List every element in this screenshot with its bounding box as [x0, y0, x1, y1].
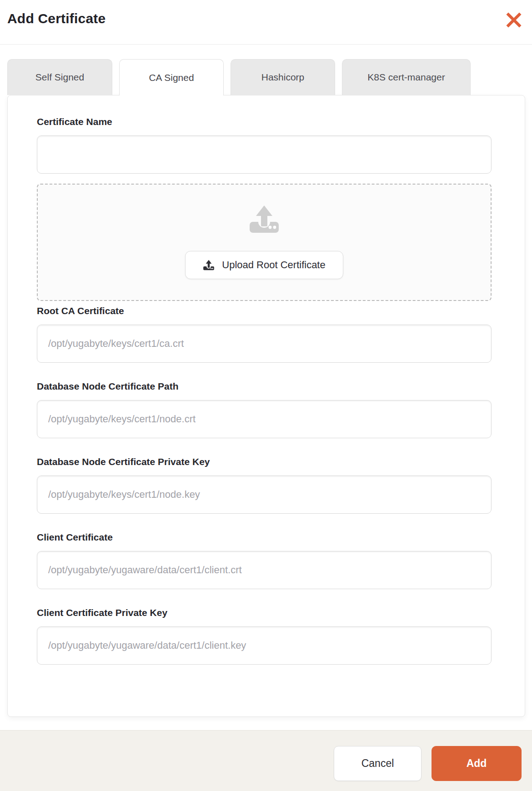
add-button[interactable]: Add — [432, 746, 522, 781]
tab-k8s-cert-manager[interactable]: K8S cert-manager — [342, 59, 471, 95]
modal-title: Add Certificate — [7, 11, 105, 26]
certificate-name-input[interactable] — [37, 135, 492, 174]
client-cert-key-input[interactable] — [37, 626, 492, 665]
ca-signed-panel: Certificate Name — [7, 95, 525, 717]
root-certificate-dropzone[interactable]: Upload Root Certificate — [37, 184, 492, 301]
upload-root-certificate-label: Upload Root Certificate — [222, 259, 325, 271]
footer-spacer — [0, 717, 532, 730]
close-button[interactable] — [506, 12, 522, 28]
certificate-name-label: Certificate Name — [37, 116, 492, 127]
client-cert-key-field-group: Client Certificate Private Key — [37, 607, 492, 665]
add-certificate-modal: Add Certificate Self Signed CA Signed Ha… — [0, 0, 532, 791]
cancel-button[interactable]: Cancel — [334, 746, 422, 781]
db-node-cert-key-field-group: Database Node Certificate Private Key — [37, 456, 492, 514]
db-node-cert-path-input[interactable] — [37, 400, 492, 438]
modal-header: Add Certificate — [0, 0, 532, 45]
tab-ca-signed[interactable]: CA Signed — [119, 59, 224, 95]
close-icon — [506, 12, 522, 28]
tab-hashicorp[interactable]: Hashicorp — [231, 59, 335, 95]
root-ca-certificate-input[interactable] — [37, 325, 492, 363]
db-node-cert-path-field-group: Database Node Certificate Path — [37, 381, 492, 438]
db-node-cert-path-label: Database Node Certificate Path — [37, 381, 492, 392]
upload-root-certificate-button[interactable]: Upload Root Certificate — [185, 251, 343, 279]
client-certificate-label: Client Certificate — [37, 532, 492, 543]
root-ca-certificate-field-group: Root CA Certificate — [37, 305, 492, 363]
cancel-button-label: Cancel — [361, 757, 394, 770]
client-certificate-input[interactable] — [37, 551, 492, 589]
db-node-cert-key-label: Database Node Certificate Private Key — [37, 456, 492, 467]
upload-tray-icon — [248, 205, 280, 234]
root-ca-certificate-label: Root CA Certificate — [37, 305, 492, 316]
modal-footer: Cancel Add — [0, 730, 532, 791]
db-node-cert-key-input[interactable] — [37, 476, 492, 514]
certificate-type-tabs: Self Signed CA Signed Hashicorp K8S cert… — [0, 59, 532, 95]
tab-self-signed[interactable]: Self Signed — [7, 59, 112, 95]
certificate-name-field-group: Certificate Name — [37, 116, 492, 174]
add-button-label: Add — [467, 757, 487, 770]
client-certificate-field-group: Client Certificate — [37, 532, 492, 589]
client-cert-key-label: Client Certificate Private Key — [37, 607, 492, 618]
upload-icon — [203, 260, 215, 270]
